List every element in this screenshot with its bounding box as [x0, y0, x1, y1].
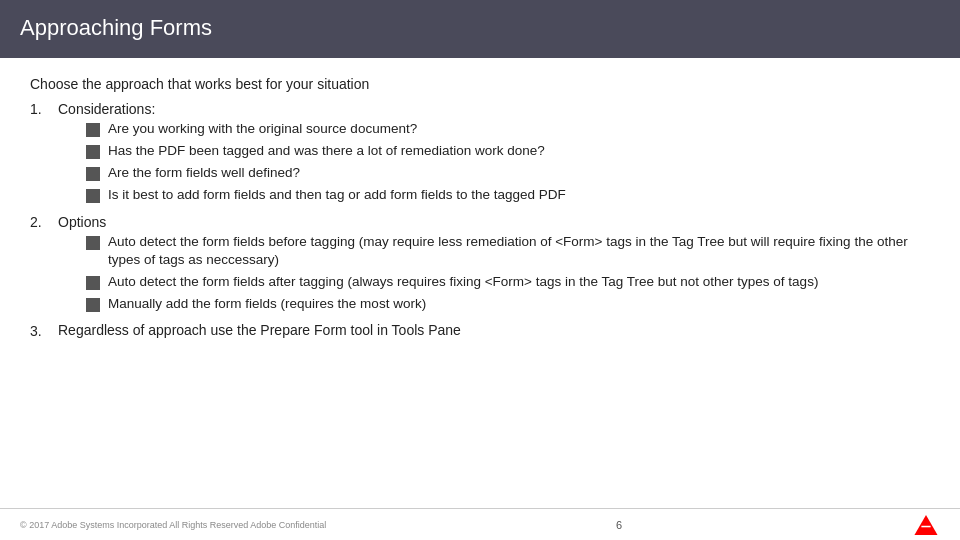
list-item-2: 2. Options Auto detect the form fields b…	[30, 213, 930, 319]
footer-copyright: © 2017 Adobe Systems Incorporated All Ri…	[20, 520, 326, 530]
list-item: Manually add the form fields (requires t…	[86, 295, 930, 314]
slide-footer: © 2017 Adobe Systems Incorporated All Ri…	[0, 508, 960, 540]
bullet-text: Has the PDF been tagged and was there a …	[108, 142, 545, 161]
bullet-text: Manually add the form fields (requires t…	[108, 295, 426, 314]
footer-page-number: 6	[616, 519, 622, 531]
item-2-bullets: Auto detect the form fields before taggi…	[86, 233, 930, 315]
adobe-logo-icon	[912, 515, 940, 535]
item-2-label: Options	[58, 214, 106, 230]
list-item-1: 1. Considerations: Are you working with …	[30, 100, 930, 209]
intro-text: Choose the approach that works best for …	[30, 76, 930, 92]
list-item: Is it best to add form fields and then t…	[86, 186, 566, 205]
bullet-icon	[86, 189, 100, 203]
list-item: Auto detect the form fields after taggin…	[86, 273, 930, 292]
item-2-number: 2.	[30, 213, 58, 230]
bullet-icon	[86, 298, 100, 312]
bullet-text: Is it best to add form fields and then t…	[108, 186, 566, 205]
item-1-bullets: Are you working with the original source…	[86, 120, 566, 205]
bullet-icon	[86, 145, 100, 159]
item-3-number: 3.	[30, 322, 58, 339]
bullet-icon	[86, 123, 100, 137]
footer-logo	[912, 515, 940, 535]
list-item: Has the PDF been tagged and was there a …	[86, 142, 566, 161]
slide-content: Choose the approach that works best for …	[0, 58, 960, 353]
bullet-icon	[86, 236, 100, 250]
list-item: Auto detect the form fields before taggi…	[86, 233, 930, 271]
item-1-number: 1.	[30, 100, 58, 117]
list-item-3: 3. Regardless of approach use the Prepar…	[30, 322, 930, 339]
main-list: 1. Considerations: Are you working with …	[30, 100, 930, 339]
item-1-label: Considerations:	[58, 101, 155, 117]
bullet-text: Are you working with the original source…	[108, 120, 417, 139]
slide-header: Approaching Forms	[0, 0, 960, 58]
list-item: Are the form fields well defined?	[86, 164, 566, 183]
bullet-text: Are the form fields well defined?	[108, 164, 300, 183]
bullet-text: Auto detect the form fields before taggi…	[108, 233, 930, 271]
slide-title: Approaching Forms	[20, 15, 212, 41]
bullet-icon	[86, 276, 100, 290]
bullet-icon	[86, 167, 100, 181]
svg-rect-2	[921, 525, 930, 527]
item-3-label: Regardless of approach use the Prepare F…	[58, 322, 461, 338]
bullet-text: Auto detect the form fields after taggin…	[108, 273, 818, 292]
list-item: Are you working with the original source…	[86, 120, 566, 139]
